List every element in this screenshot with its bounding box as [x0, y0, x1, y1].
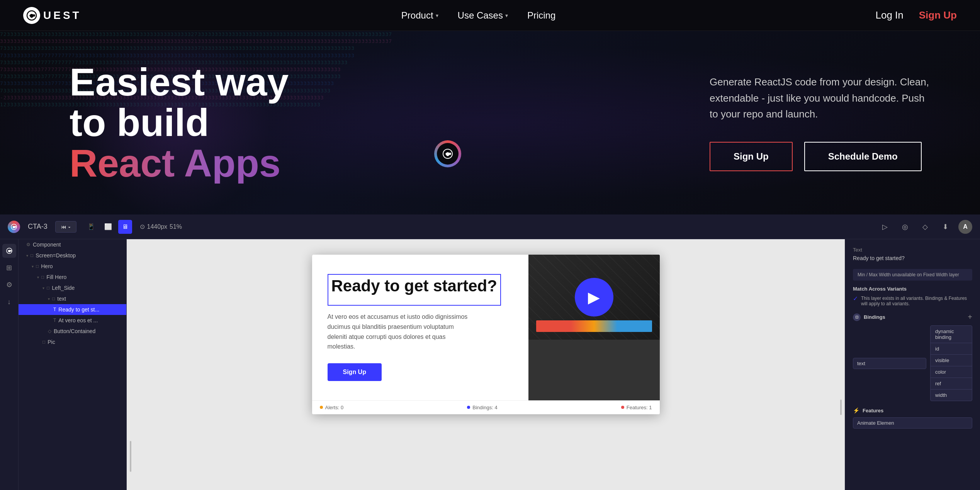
layers-item-at-vero[interactable]: T At vero eos et ...	[19, 315, 126, 326]
layers-item-pic[interactable]: □ Pic	[19, 337, 126, 347]
sidebar-layers-icon[interactable]	[2, 244, 16, 258]
canvas-bindings: Bindings: 4	[467, 405, 497, 410]
layers-panel: ⚙ Component ▾ □ Screen=Desktop ▾ □ Hero …	[19, 239, 127, 490]
sidebar-assets-icon[interactable]: ↓	[2, 295, 16, 309]
viewport-tablet-btn[interactable]: ⬜	[101, 220, 115, 234]
product-chevron-icon: ▾	[436, 12, 438, 19]
logo-text: UEST	[43, 9, 82, 22]
toolbar-left: CTA-3 ⏮ ▾ 📱 ⬜ 🖥 ⊙ 1440px 51%	[8, 220, 182, 234]
canvas-two-col: Ready to get started? At vero eos et acc…	[312, 255, 660, 400]
nav-links: Product ▾ Use Cases ▾ Pricing	[401, 10, 555, 21]
match-across-title: Match Across Variants	[853, 286, 907, 292]
svg-point-3	[449, 153, 451, 155]
navbar: UEST Product ▾ Use Cases ▾ Pricing Log I…	[0, 0, 980, 31]
toolbar-download-btn[interactable]: ⬇	[938, 220, 952, 234]
layers-item-hero[interactable]: ▾ □ Hero	[19, 261, 126, 272]
hero-title: Easiest way to build React Apps	[70, 62, 340, 184]
signup-link[interactable]: Sign Up	[919, 9, 957, 21]
layers-item-label: Left_Side	[52, 285, 75, 291]
svg-point-5	[15, 226, 16, 228]
binding-option-ref[interactable]: ref	[931, 378, 972, 390]
layers-item-ready[interactable]: T Ready to get st...	[19, 304, 126, 315]
toolbar-preview-btn[interactable]: ◎	[898, 220, 912, 234]
quest-badge-inner	[437, 143, 459, 165]
layers-item-left-side[interactable]: ▾ □ Left_Side	[19, 282, 126, 293]
layers-item-screen[interactable]: ▾ □ Screen=Desktop	[19, 250, 126, 261]
layers-item-label: Button/Contained	[54, 328, 95, 334]
logo-icon	[23, 7, 40, 24]
binding-option-id[interactable]: id	[931, 343, 972, 355]
canvas-frame: Ready to get started? At vero eos et acc…	[312, 255, 660, 414]
left-scrollbar[interactable]	[130, 441, 131, 472]
viewport-mobile-btn[interactable]: 📱	[84, 220, 98, 234]
layers-item-label: Screen=Desktop	[36, 252, 76, 259]
layers-item-label: text	[57, 296, 66, 302]
add-binding-btn[interactable]: +	[968, 313, 972, 322]
canvas-video-thumbnail: ▶	[528, 255, 660, 340]
toolbar-filename: CTA-3	[28, 223, 48, 231]
toolbar-code-btn[interactable]: ◇	[918, 220, 932, 234]
check-icon: ✓	[853, 295, 858, 302]
canvas-bottom-bar: Alerts: 0 Bindings: 4 Features: 1	[312, 400, 660, 414]
match-across-desc: This layer exists in all variants. Bindi…	[861, 296, 972, 306]
feature-dot	[621, 406, 624, 409]
match-across-header: Match Across Variants	[853, 286, 972, 292]
canvas-signup-btn[interactable]: Sign Up	[328, 363, 382, 381]
sidebar-components-icon[interactable]: ⊞	[2, 261, 16, 275]
svg-point-1	[33, 14, 35, 17]
feature-input[interactable]	[853, 417, 972, 429]
binding-option-dynamic[interactable]: dynamic binding	[931, 326, 972, 343]
right-panel: Text Ready to get started? Min / Max Wid…	[845, 239, 980, 490]
binding-key-input[interactable]	[853, 358, 926, 369]
nav-use-cases[interactable]: Use Cases ▾	[458, 10, 508, 21]
hero-content: Easiest way to build React Apps Generate…	[0, 31, 980, 214]
layers-item-label: At vero eos et ...	[58, 317, 98, 323]
canvas-play-btn[interactable]: ▶	[575, 278, 613, 316]
toolbar-viewport: 📱 ⬜ 🖥	[84, 220, 132, 234]
hero-signup-button[interactable]: Sign Up	[710, 142, 793, 171]
bindings-title: Bindings	[864, 314, 885, 320]
binding-dropdown: dynamic binding id visible color ref wid…	[930, 325, 972, 401]
binding-option-color[interactable]: color	[931, 366, 972, 378]
canvas-hero-title: Ready to get started?	[331, 276, 497, 296]
editor-main: ⊞ ⚙ ↓ ⊡ ⚙ Component ▾ □ Screen=Desktop ▾…	[0, 239, 980, 490]
binding-option-visible[interactable]: visible	[931, 355, 972, 366]
quest-badge	[434, 140, 461, 167]
nav-pricing[interactable]: Pricing	[527, 10, 555, 21]
features-header: ⚡ Features	[853, 407, 972, 413]
match-row: ✓ This layer exists in all variants. Bin…	[853, 296, 972, 306]
hero-demo-button[interactable]: Schedule Demo	[804, 142, 922, 171]
panel-text-value: Ready to get started?	[853, 255, 972, 261]
alert-dot	[320, 406, 323, 409]
layers-item-label: Pic	[48, 339, 55, 345]
layers-item-button[interactable]: ◇ Button/Contained	[19, 326, 126, 337]
toolbar-right: ▷ ◎ ◇ ⬇ A	[878, 220, 972, 234]
panel-text-section: Text Ready to get started?	[853, 247, 972, 261]
layers-item-text[interactable]: ▾ □ text	[19, 293, 126, 304]
svg-point-7	[10, 250, 12, 252]
hero-left: Easiest way to build React Apps	[70, 62, 340, 184]
panel-text-label: Text	[853, 247, 972, 253]
nav-product[interactable]: Product ▾	[401, 10, 438, 21]
sidebar-icons: ⊞ ⚙ ↓ ⊡	[0, 239, 19, 490]
viewport-desktop-btn[interactable]: 🖥	[118, 220, 132, 234]
editor-size-label: 1440px	[147, 223, 168, 230]
logo[interactable]: UEST	[23, 7, 82, 24]
canvas-title-box: Ready to get started?	[328, 274, 501, 306]
editor-toolbar: CTA-3 ⏮ ▾ 📱 ⬜ 🖥 ⊙ 1440px 51% ▷ ◎ ◇ ⬇ A	[0, 214, 980, 239]
features-title: Features	[863, 408, 883, 413]
user-avatar[interactable]: A	[958, 220, 972, 234]
editor-quest-icon[interactable]	[8, 221, 20, 233]
binding-option-width[interactable]: width	[931, 390, 972, 401]
editor-viewport-icon: ⊙	[140, 223, 145, 230]
toolbar-history-btn[interactable]: ⏮ ▾	[55, 221, 76, 233]
layers-item-label: Fill Hero	[46, 274, 66, 280]
alerts-label: Alerts: 0	[325, 405, 344, 410]
login-link[interactable]: Log In	[875, 9, 903, 21]
layers-item-fill-hero[interactable]: ▾ □ Fill Hero	[19, 272, 126, 282]
panel-features-section: ⚡ Features	[853, 407, 972, 429]
canvas-area[interactable]: Ready to get started? At vero eos et acc…	[127, 239, 845, 490]
toolbar-play-btn[interactable]: ▷	[878, 220, 892, 234]
bindings-label: Bindings: 4	[472, 405, 497, 410]
sidebar-settings-icon[interactable]: ⚙	[2, 278, 16, 292]
